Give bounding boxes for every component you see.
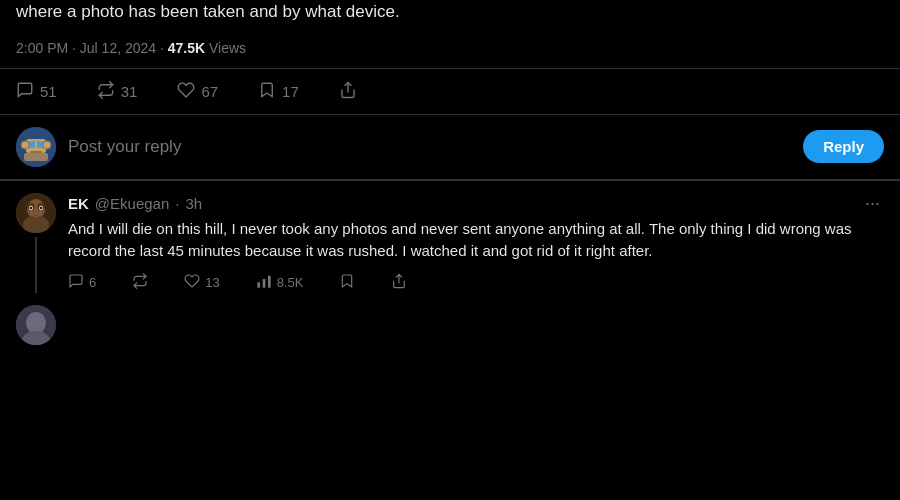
current-user-avatar — [16, 127, 56, 167]
comment-views-count: 8.5K — [277, 275, 304, 290]
comment-views-action[interactable]: 8.5K — [256, 273, 304, 293]
comment-bookmark-action[interactable] — [339, 273, 355, 293]
tweet-text-content: where a photo has been taken and by what… — [16, 0, 884, 24]
comment-like-action[interactable]: 13 — [184, 273, 219, 293]
comment-retweet-icon — [132, 273, 148, 293]
svg-point-23 — [26, 312, 46, 334]
comment-header: EK @Ekuegan · 3h ··· — [68, 193, 884, 214]
comment-text: And I will die on this hill, I never too… — [68, 218, 884, 263]
retweet-icon — [97, 81, 115, 102]
share-stat[interactable] — [339, 81, 357, 102]
comment-separator: · — [175, 195, 179, 212]
tweet-timestamp-row: 2:00 PM · Jul 12, 2024 · 47.5K Views — [0, 32, 900, 69]
next-comment-partial — [0, 305, 900, 345]
thread-line — [35, 237, 37, 293]
reply-placeholder-text[interactable]: Post your reply — [68, 137, 791, 157]
comment-share-action[interactable] — [391, 273, 407, 293]
comment-bookmark-icon — [339, 273, 355, 293]
bookmark-icon — [258, 81, 276, 102]
tweet-date: Jul 12, 2024 — [80, 40, 156, 56]
commenter-avatar — [16, 193, 56, 233]
svg-rect-20 — [268, 275, 271, 287]
svg-point-17 — [40, 207, 42, 209]
tweet-views-count: 47.5K — [168, 40, 205, 56]
comment-time: 3h — [185, 195, 202, 212]
comment-actions-row: 6 — [68, 273, 884, 293]
next-commenter-avatar — [16, 305, 56, 345]
comment-heart-icon — [184, 273, 200, 293]
tweet-time: 2:00 PM — [16, 40, 68, 56]
comment-reply-count: 6 — [89, 275, 96, 290]
comment-views-icon — [256, 273, 272, 293]
tweet-stats-row: 51 31 67 — [0, 69, 900, 115]
reply-stat[interactable]: 51 — [16, 81, 57, 102]
retweet-count: 31 — [121, 83, 138, 100]
comment-avatar-col — [16, 193, 56, 293]
share-icon — [339, 81, 357, 102]
separator1: · — [72, 40, 80, 56]
comment-reply-icon — [68, 273, 84, 293]
reply-button[interactable]: Reply — [803, 130, 884, 163]
more-options-icon[interactable]: ··· — [861, 193, 884, 214]
comment-reply-action[interactable]: 6 — [68, 273, 96, 293]
comment-retweet-action[interactable] — [132, 273, 148, 293]
tweet-text-partial: where a photo has been taken and by what… — [0, 0, 900, 32]
bookmark-stat[interactable]: 17 — [258, 81, 299, 102]
svg-rect-18 — [257, 282, 260, 287]
commenter-handle: @Ekuegan — [95, 195, 169, 212]
comment-body: EK @Ekuegan · 3h ··· And I will die on t… — [68, 193, 884, 293]
comment-icon — [16, 81, 34, 102]
svg-point-7 — [21, 141, 29, 149]
svg-rect-6 — [24, 153, 48, 161]
reply-input-row: Post your reply Reply — [0, 115, 900, 180]
bookmark-count: 17 — [282, 83, 299, 100]
like-count: 67 — [201, 83, 218, 100]
separator2: · — [160, 40, 168, 56]
commenter-name: EK — [68, 195, 89, 212]
like-stat[interactable]: 67 — [177, 81, 218, 102]
twitter-thread-view: where a photo has been taken and by what… — [0, 0, 900, 500]
reply-count: 51 — [40, 83, 57, 100]
comment-share-icon — [391, 273, 407, 293]
svg-rect-19 — [262, 279, 265, 288]
svg-point-8 — [43, 141, 51, 149]
comment-like-count: 13 — [205, 275, 219, 290]
comment-user-info: EK @Ekuegan · 3h — [68, 195, 202, 212]
retweet-stat[interactable]: 31 — [97, 81, 138, 102]
heart-icon — [177, 81, 195, 102]
comment-item: EK @Ekuegan · 3h ··· And I will die on t… — [0, 181, 900, 305]
svg-point-16 — [30, 207, 32, 209]
